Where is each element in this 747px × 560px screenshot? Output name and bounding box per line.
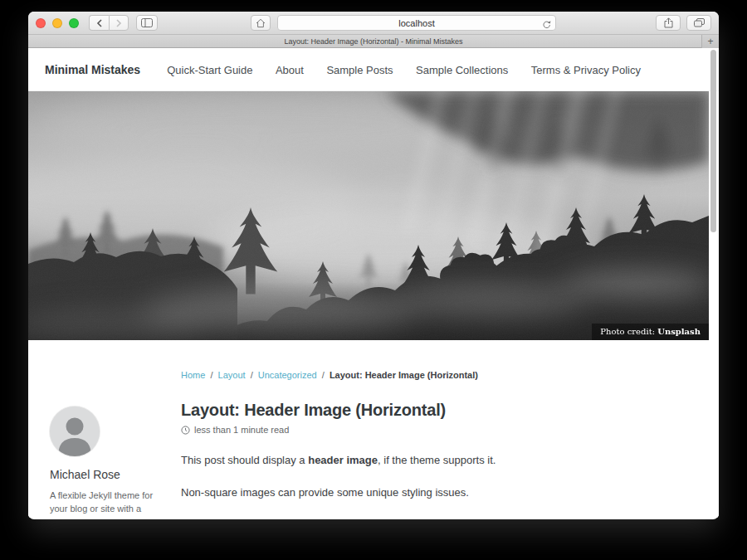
breadcrumb-separator: /	[210, 370, 212, 380]
post-page: Michael Rose A flexible Jekyll theme for…	[28, 340, 719, 518]
window-controls	[36, 18, 79, 28]
photo-credit-label: Photo credit:	[600, 327, 657, 336]
url-text: localhost	[398, 18, 434, 28]
share-icon	[664, 17, 673, 28]
forward-button[interactable]	[109, 15, 129, 31]
nav-item-sample-posts[interactable]: Sample Posts	[326, 64, 393, 76]
site-masthead: Minimal Mistakes Quick-Start Guide About…	[28, 48, 719, 91]
photo-credit-caption: Photo credit: Unsplash	[592, 324, 709, 340]
sidebar-icon	[141, 18, 153, 27]
reload-button[interactable]	[542, 18, 551, 33]
active-tab[interactable]: Layout: Header Image (Horizontal) - Mini…	[284, 37, 462, 46]
breadcrumb-link-layout[interactable]: Layout	[218, 370, 246, 380]
nav-item-terms-privacy[interactable]: Terms & Privacy Policy	[531, 64, 641, 76]
breadcrumb-current: Layout: Header Image (Horizontal)	[330, 370, 478, 380]
vertical-scrollbar[interactable]	[710, 50, 716, 232]
nav-item-quick-start-guide[interactable]: Quick-Start Guide	[167, 64, 252, 76]
reload-icon	[542, 20, 551, 30]
chevron-left-icon	[96, 19, 103, 27]
paragraph-text: This post should display a	[181, 454, 308, 466]
person-silhouette-icon	[50, 407, 100, 456]
tabs-overview-icon	[694, 18, 705, 27]
page-title: Layout: Header Image (Horizontal)	[181, 401, 579, 420]
author-sidebar: Michael Rose A flexible Jekyll theme for…	[28, 370, 181, 518]
breadcrumb-separator: /	[322, 370, 325, 380]
post-meta: less than 1 minute read	[181, 425, 579, 435]
read-time: less than 1 minute read	[194, 425, 289, 435]
home-button[interactable]	[251, 15, 271, 31]
home-icon	[256, 18, 266, 28]
paragraph-bold-text: header image	[308, 454, 378, 466]
safari-window: localhost Layout: Header Image (Horizont…	[28, 12, 719, 519]
post-main: Home / Layout / Uncategorized / Layout: …	[181, 370, 579, 518]
post-paragraph-1: This post should display a header image,…	[181, 452, 579, 469]
browser-toolbar: localhost	[28, 12, 719, 35]
site-title-link[interactable]: Minimal Mistakes	[45, 63, 140, 76]
breadcrumb: Home / Layout / Uncategorized / Layout: …	[181, 370, 579, 380]
paragraph-text: , if the theme supports it.	[378, 454, 496, 466]
page-viewport: Minimal Mistakes Quick-Start Guide About…	[28, 48, 719, 518]
zoom-window-button[interactable]	[69, 18, 79, 28]
tab-bar: Layout: Header Image (Horizontal) - Mini…	[28, 35, 719, 48]
share-button[interactable]	[656, 15, 681, 31]
tab-overview-button[interactable]	[686, 15, 711, 31]
minimize-window-button[interactable]	[52, 18, 62, 28]
breadcrumb-link-home[interactable]: Home	[181, 370, 205, 380]
post-paragraph-3: This post tests a horizontal header imag…	[181, 516, 579, 518]
author-name: Michael Rose	[50, 468, 159, 481]
site-nav: Quick-Start Guide About Sample Posts Sam…	[167, 62, 660, 77]
post-paragraph-2: Non-square images can provide some uniqu…	[181, 485, 579, 501]
nav-item-sample-collections[interactable]: Sample Collections	[416, 64, 508, 76]
avatar	[50, 407, 100, 456]
history-nav	[89, 15, 129, 31]
nav-item-about[interactable]: About	[276, 64, 304, 76]
new-tab-button[interactable]: +	[701, 35, 719, 48]
back-button[interactable]	[89, 15, 109, 31]
clock-icon	[181, 426, 190, 435]
sidebar-toggle-button[interactable]	[136, 15, 158, 31]
breadcrumb-link-uncategorized[interactable]: Uncategorized	[258, 370, 317, 380]
author-bio: A flexible Jekyll theme for your blog or…	[50, 489, 159, 518]
close-window-button[interactable]	[36, 18, 46, 28]
foggy-forest-photo	[28, 91, 709, 340]
breadcrumb-separator: /	[251, 370, 253, 380]
post-body: This post should display a header image,…	[181, 452, 579, 518]
address-bar[interactable]: localhost	[277, 15, 556, 31]
unsplash-link[interactable]: Unsplash	[657, 327, 701, 336]
chevron-right-icon	[115, 19, 122, 27]
header-image: Photo credit: Unsplash	[28, 91, 709, 340]
